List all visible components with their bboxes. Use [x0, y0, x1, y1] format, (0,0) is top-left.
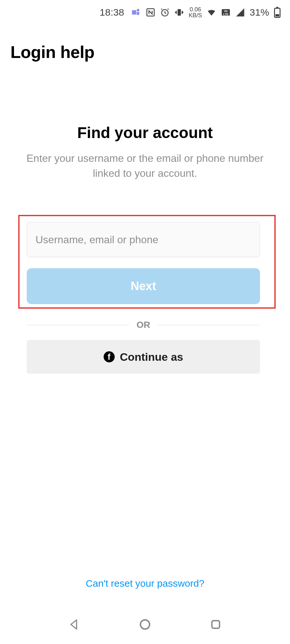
svg-rect-12	[212, 621, 219, 628]
kbs-unit: KB/S	[189, 12, 202, 18]
alarm-icon	[160, 7, 170, 17]
divider-line-left	[27, 325, 129, 325]
continue-facebook-button[interactable]: f Continue as	[27, 340, 260, 374]
or-divider: OR	[27, 320, 260, 330]
facebook-icon: f	[104, 351, 115, 362]
nav-home-button[interactable]	[135, 615, 155, 634]
find-account-subtitle: Enter your username or the email or phon…	[0, 151, 290, 181]
divider-line-right	[157, 325, 260, 325]
next-button[interactable]: Next	[27, 268, 260, 304]
svg-rect-4	[178, 9, 181, 16]
android-nav-bar	[0, 605, 290, 644]
svg-point-1	[137, 9, 139, 11]
teams-icon	[131, 7, 141, 18]
kbs-value: 0.06	[189, 7, 202, 12]
svg-point-11	[140, 620, 150, 629]
cellular-signal-icon	[235, 7, 245, 17]
svg-text:Vo: Vo	[224, 9, 228, 13]
svg-rect-9	[276, 7, 278, 8]
network-speed-indicator: 0.06 KB/S	[189, 7, 202, 18]
battery-icon	[274, 7, 281, 18]
nav-back-button[interactable]	[65, 615, 84, 634]
nfc-icon	[146, 7, 155, 17]
continue-facebook-label: Continue as	[120, 351, 183, 363]
status-bar: 18:38 0.06 KB/S VoLTE 31%	[0, 0, 290, 25]
svg-rect-10	[275, 14, 279, 17]
find-account-heading: Find your account	[0, 124, 290, 142]
svg-text:LTE: LTE	[223, 13, 228, 16]
vibrate-icon	[174, 7, 184, 17]
battery-percent: 31%	[250, 7, 269, 18]
username-input[interactable]	[27, 222, 260, 257]
page-title: Login help	[10, 42, 94, 62]
or-label: OR	[137, 320, 150, 330]
wifi-icon	[207, 7, 216, 17]
svg-rect-0	[132, 10, 136, 14]
status-clock: 18:38	[100, 7, 124, 18]
volte-icon: VoLTE	[221, 7, 231, 17]
username-input-wrap	[27, 222, 260, 257]
nav-recents-button[interactable]	[206, 615, 225, 634]
cant-reset-password-link[interactable]: Can't reset your password?	[0, 578, 290, 589]
